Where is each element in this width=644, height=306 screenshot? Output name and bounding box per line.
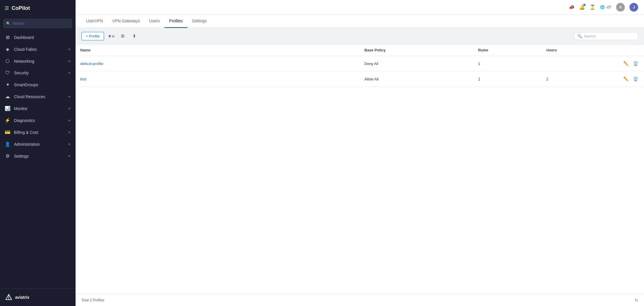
delete-icon-1[interactable]: 🗑️ [632,75,639,82]
users-link-1[interactable]: 2 [546,77,548,81]
sidebar-item-security[interactable]: 🛡 Security ▼ [0,67,76,79]
total-count: Total 2 Profiles [81,298,104,302]
app-header: ☰ CoPilot [0,0,76,17]
app-title: CoPilot [12,5,30,11]
columns-icon-button[interactable]: ⊞ [118,31,127,41]
tab-vpn-gateways[interactable]: VPN Gateways [108,15,144,28]
chevron-icon-cloud-fabric: ▼ [68,48,71,51]
chevron-icon-billing-cost: ▼ [68,131,71,134]
sidebar-label-administration: Administration [14,142,64,147]
globe-icon: 🌐 [600,5,605,9]
chevron-icon-monitor: ▼ [68,107,71,110]
brand-label: aviatrix [15,295,29,300]
sidebar-label-diagnostics: Diagnostics [14,118,64,123]
sidebar-item-monitor[interactable]: 📊 Monitor ▼ [0,102,76,114]
chevron-icon-networking: ▼ [68,60,71,63]
filter-icon-button[interactable]: ▼≡ [106,31,116,41]
dashboard-icon: ⊞ [5,35,10,40]
tab-users[interactable]: Users [144,15,164,28]
base-policy-1: Allow All [360,71,473,87]
sidebar-item-administration[interactable]: 👤 Administration ▼ [0,138,76,150]
chevron-icon-diagnostics: ▼ [68,119,71,122]
col-header-rules: Rules [473,44,542,56]
main-content: 📣 🔔 ⏳ 🌐 -07 A J UserVPNVPN GatewaysUsers… [76,0,644,306]
tab-uservpn[interactable]: UserVPN [81,15,108,28]
table-row: testAllow All12 ✏️ 🗑️ [76,71,644,87]
cloud-fabric-icon: ◈ [5,46,10,52]
security-icon: 🛡 [5,70,10,75]
sidebar-item-networking[interactable]: ⬡ Networking ▼ [0,55,76,67]
sidebar-search-container: 🔍 [3,19,72,28]
col-header-base-policy: Base Policy [360,44,473,56]
cloud-resources-icon: ☁ [5,94,10,99]
sidebar-item-settings[interactable]: ⚙ Settings ▼ [0,150,76,162]
notification-dot [583,4,586,6]
announcement-icon[interactable]: 📣 [569,4,575,10]
profiles-table-container: Name Base Policy Rules Users default-pro… [76,44,644,294]
sidebar-label-dashboard: Dashboard [14,35,71,40]
administration-icon: 👤 [5,141,10,147]
sidebar-search-input[interactable] [3,19,72,28]
col-header-users: Users [542,44,599,56]
add-profile-button[interactable]: + Profile [81,32,104,40]
sidebar-item-cloud-resources[interactable]: ☁ Cloud Resources ▼ [0,91,76,102]
smartgroups-icon: ✦ [5,82,10,87]
table-row: default-profileDeny All1 ✏️ 🗑️ [76,56,644,71]
chevron-icon-cloud-resources: ▼ [68,95,71,98]
timezone-selector[interactable]: 🌐 -07 [600,5,611,9]
diagnostics-icon: ⚡ [5,118,10,123]
tab-settings[interactable]: Settings [187,15,212,28]
sidebar-label-cloud-fabric: Cloud Fabric [14,47,64,52]
content-area: + Profile ▼≡ ⊞ ⬇ 🔍 Name Base Policy Rule… [76,28,644,306]
rules-count-0: 1 [473,56,542,71]
hourglass-icon[interactable]: ⏳ [590,4,595,10]
chevron-icon-security: ▼ [68,71,71,75]
hamburger-icon[interactable]: ☰ [5,6,9,11]
sidebar-item-cloud-fabric[interactable]: ◈ Cloud Fabric ▼ [0,43,76,55]
nav-menu: ⊞ Dashboard ◈ Cloud Fabric ▼ ⬡ Networkin… [0,31,76,162]
users-count-0 [542,56,599,71]
sidebar-label-monitor: Monitor [14,106,64,111]
sidebar-item-dashboard[interactable]: ⊞ Dashboard [0,31,76,43]
col-header-actions [599,44,644,56]
sidebar-label-networking: Networking [14,59,64,64]
sidebar-search-icon: 🔍 [6,21,10,26]
sidebar-item-billing-cost[interactable]: 💳 Billing & Cost ▼ [0,126,76,138]
row-actions-0: ✏️ 🗑️ [599,56,644,71]
toolbar: + Profile ▼≡ ⊞ ⬇ 🔍 [76,28,644,44]
topbar: 📣 🔔 ⏳ 🌐 -07 A J [76,0,644,15]
profile-name-link-1[interactable]: test [80,77,86,81]
aviatrix-logo: aviatrix [5,293,29,301]
sidebar-label-security: Security [14,71,64,75]
notification-icon[interactable]: 🔔 [579,4,585,10]
edit-icon-1[interactable]: ✏️ [622,75,630,82]
sidebar-label-smartgroups: SmartGroups [14,82,71,87]
table-search-input[interactable] [584,34,635,38]
profile-name-link-0[interactable]: default-profile [80,62,103,66]
sidebar-label-settings: Settings [14,154,64,159]
tab-profiles[interactable]: Profiles [164,15,187,28]
delete-icon-0[interactable]: 🗑️ [632,60,639,67]
sidebar-footer: aviatrix [0,288,76,306]
avatar-j[interactable]: J [629,3,638,12]
table-body: default-profileDeny All1 ✏️ 🗑️ testAllow… [76,56,644,87]
download-icon-button[interactable]: ⬇ [130,31,139,41]
row-actions-1: ✏️ 🗑️ [599,71,644,87]
edit-icon-0[interactable]: ✏️ [622,60,630,67]
sidebar-item-diagnostics[interactable]: ⚡ Diagnostics ▼ [0,114,76,126]
profiles-table: Name Base Policy Rules Users default-pro… [76,44,644,87]
timezone-value: -07 [606,5,611,9]
sidebar-item-smartgroups[interactable]: ✦ SmartGroups [0,79,76,91]
settings-icon: ⚙ [5,153,10,159]
chevron-icon-administration: ▼ [68,143,71,146]
sidebar: ☰ CoPilot 🔍 ⊞ Dashboard ◈ Cloud Fabric ▼… [0,0,76,306]
rules-count-1: 1 [473,71,542,87]
table-search-box: 🔍 [574,32,638,40]
base-policy-0: Deny All [360,56,473,71]
avatar-a[interactable]: A [616,3,625,12]
chevron-icon-settings: ▼ [68,154,71,158]
refresh-icon[interactable]: ↻ [635,298,638,303]
search-icon: 🔍 [577,34,582,38]
table-footer: Total 2 Profiles ↻ [76,294,644,306]
networking-icon: ⬡ [5,58,10,64]
